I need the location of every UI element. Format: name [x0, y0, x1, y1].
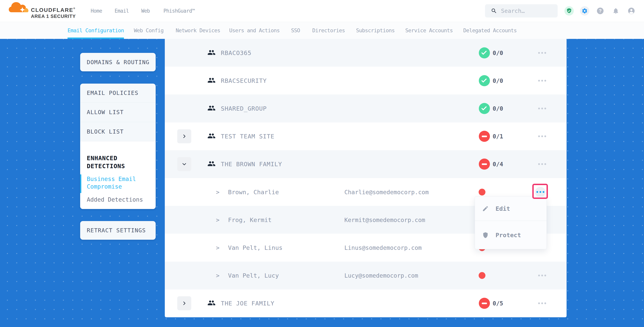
account-button[interactable] — [626, 6, 636, 16]
sidebar-link-added-detections[interactable]: Added Detections — [87, 196, 143, 203]
app-window: CLOUDFLARE® AREA 1 SECURITY Home Email W… — [0, 0, 644, 327]
check-icon — [479, 103, 490, 114]
tab-web-config[interactable]: Web Config — [134, 22, 164, 39]
header-icon-group: ? — [564, 0, 636, 22]
row-menu-button[interactable] — [538, 107, 546, 109]
status-count: 0/0 — [493, 49, 503, 56]
row-menu-button[interactable] — [538, 80, 546, 81]
cloudflare-cloud-icon — [9, 1, 29, 13]
shield-check-icon — [564, 6, 574, 15]
sidebar-section-enhanced-detections: ENHANCED DETECTIONS Business Email Compr… — [80, 141, 156, 209]
chevron-right-icon — [182, 134, 187, 139]
row-menu-button[interactable] — [538, 135, 546, 137]
logo-sub-text: AREA 1 SECURITY — [31, 13, 76, 19]
status-count: 0/1 — [493, 133, 503, 140]
expand-row-button[interactable] — [177, 296, 191, 310]
cloudflare-logo: CLOUDFLARE® AREA 1 SECURITY — [9, 1, 90, 20]
tab-subscriptions[interactable]: Subscriptions — [356, 22, 394, 39]
collapse-row-button[interactable] — [177, 157, 191, 171]
nav-web[interactable]: Web — [141, 0, 150, 22]
member-caret: > — [216, 216, 220, 223]
sidebar-item-retract-settings[interactable]: RETRACT SETTINGS — [80, 221, 156, 240]
minus-icon — [479, 131, 490, 142]
menu-item-protect[interactable]: Protect — [475, 221, 546, 249]
group-icon — [208, 299, 216, 308]
minus-icon — [479, 159, 490, 170]
sidebar-item-domains-routing[interactable]: DOMAINS & ROUTING — [80, 53, 156, 71]
check-icon — [479, 75, 490, 86]
group-icon — [208, 160, 216, 169]
settings-button[interactable] — [580, 6, 590, 16]
member-name: Van Pelt, Linus — [228, 244, 282, 251]
row-menu-button[interactable] — [538, 275, 546, 277]
check-icon — [479, 47, 490, 58]
member-name: Van Pelt, Lucy — [228, 272, 279, 279]
help-icon: ? — [597, 7, 604, 14]
tab-sso[interactable]: SSO — [291, 22, 300, 39]
status-badge: 0/0 — [479, 75, 503, 86]
member-email: Charlie@somedemocorp.com — [344, 189, 428, 195]
tab-delegated-accounts[interactable]: Delegated Accounts — [463, 22, 517, 39]
highlight-annotation-box — [532, 184, 548, 199]
group-name: SHARED_GROUP — [221, 105, 267, 112]
tab-directories[interactable]: Directories — [312, 22, 345, 39]
top-header: CLOUDFLARE® AREA 1 SECURITY Home Email W… — [0, 0, 644, 22]
member-email: Linus@somedemocorp.com — [344, 244, 422, 251]
nav-phishguard[interactable]: PhishGuard™ — [164, 0, 195, 22]
member-caret: > — [216, 244, 220, 251]
search-box[interactable] — [485, 4, 558, 17]
nav-home[interactable]: Home — [91, 0, 102, 22]
search-input[interactable] — [501, 7, 550, 14]
protection-status-button[interactable] — [564, 6, 574, 16]
table-row: THE BROWN FAMILY 0/4 — [165, 150, 566, 178]
help-button[interactable]: ? — [595, 6, 605, 16]
menu-item-label: Edit — [496, 205, 510, 212]
groups-table: RBACO365 0/0 RBACSECURITY 0/0 — [165, 39, 566, 317]
table-row: TEST TEAM SITE 0/1 — [165, 122, 566, 150]
status-badge: 0/4 — [479, 159, 503, 170]
table-row: SHARED_GROUP 0/0 — [165, 94, 566, 122]
sidebar-item-allow-list[interactable]: ALLOW LIST — [80, 102, 156, 122]
row-menu-button[interactable] — [538, 163, 546, 165]
content-area: DOMAINS & ROUTING EMAIL POLICIES ALLOW L… — [0, 39, 644, 327]
chevron-down-icon — [182, 162, 187, 167]
member-name: Brown, Charlie — [228, 189, 279, 196]
expand-row-button[interactable] — [177, 129, 191, 143]
minus-icon — [479, 298, 490, 309]
member-email: Kermit@somedemocorp.com — [344, 216, 425, 223]
notifications-button[interactable] — [611, 6, 621, 16]
sidebar-card-policies: EMAIL POLICIES ALLOW LIST BLOCK LIST ENH… — [80, 84, 156, 209]
nav-email[interactable]: Email — [114, 0, 129, 22]
status-count: 0/4 — [493, 161, 503, 168]
status-count: 0/0 — [493, 77, 503, 84]
tab-network-devices[interactable]: Network Devices — [176, 22, 220, 39]
group-name: RBACSECURITY — [221, 77, 267, 84]
search-icon — [491, 8, 497, 14]
tab-service-accounts[interactable]: Service Accounts — [405, 22, 453, 39]
row-menu-button[interactable] — [538, 52, 546, 54]
avatar-icon — [628, 7, 635, 15]
tab-users-and-actions[interactable]: Users and Actions — [229, 22, 280, 39]
row-menu-button[interactable] — [538, 303, 546, 304]
group-icon — [208, 48, 216, 57]
tab-email-configuration[interactable]: Email Configuration — [68, 22, 124, 39]
sidebar-item-enhanced-detections[interactable]: ENHANCED DETECTIONS — [87, 154, 134, 170]
sidebar-card-retract: RETRACT SETTINGS — [80, 221, 156, 240]
sidebar-item-block-list[interactable]: BLOCK LIST — [80, 122, 156, 141]
group-name: RBACO365 — [221, 49, 251, 56]
member-email: Lucy@somedemocorp.com — [344, 272, 418, 279]
status-badge: 0/0 — [479, 103, 503, 114]
table-row: > Van Pelt, Lucy Lucy@somedemocorp.com — [165, 262, 566, 290]
table-row: RBACO365 0/0 — [165, 39, 566, 67]
sidebar-link-business-email-compromise[interactable]: Business Email Compromise — [87, 175, 143, 190]
menu-item-label: Protect — [496, 232, 521, 239]
menu-item-edit[interactable]: Edit — [475, 197, 546, 221]
sidebar-item-email-policies[interactable]: EMAIL POLICIES — [80, 84, 156, 102]
unprotected-dot — [478, 189, 486, 195]
member-caret: > — [216, 272, 220, 279]
status-count: 0/0 — [493, 105, 503, 112]
group-name: THE JOE FAMILY — [221, 300, 274, 307]
bell-icon — [612, 7, 619, 14]
sidebar-card-domains: DOMAINS & ROUTING — [80, 53, 156, 71]
shield-icon — [482, 232, 489, 238]
